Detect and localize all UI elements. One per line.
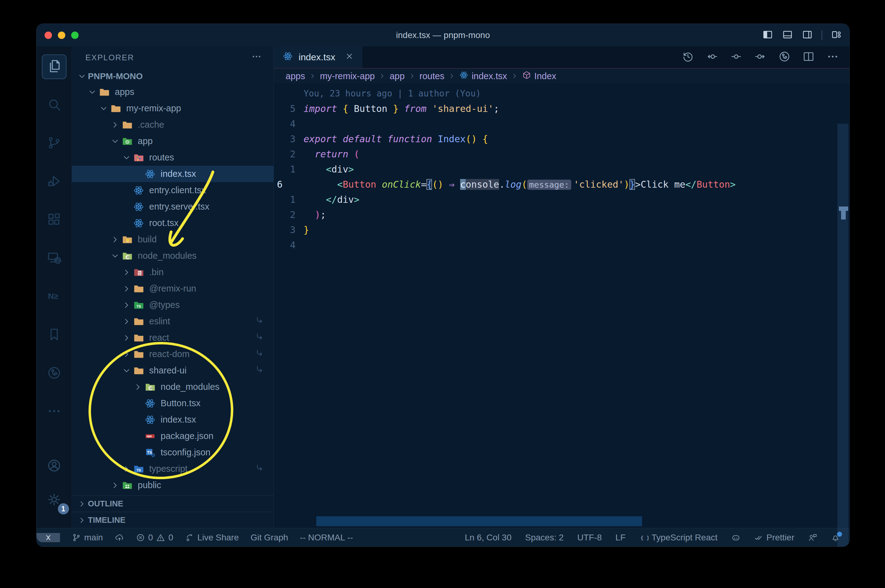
breadcrumb-label: routes — [420, 71, 445, 81]
status-git-branch[interactable]: main — [72, 532, 103, 543]
maximize-window-button[interactable] — [71, 32, 78, 39]
status-language-mode[interactable]: { }TypeScript React — [639, 532, 718, 543]
status-git-branch-label: main — [84, 532, 103, 543]
tree-item-.cache[interactable]: .cache — [72, 117, 274, 133]
toolbar-timeline-icon[interactable] — [682, 50, 694, 64]
tree-item-root.tsx[interactable]: root.tsx — [72, 215, 274, 231]
tree-item-apps[interactable]: apps — [72, 84, 274, 100]
activity-gitlens[interactable] — [42, 361, 66, 386]
tree-item-node_modules[interactable]: JSnode_modules — [72, 379, 274, 395]
tree-item-.bin[interactable]: 0110.bin — [72, 264, 274, 280]
tree-root-pnpm-mono[interactable]: PNPM-MONO — [72, 69, 274, 84]
tab-index-tsx[interactable]: index.tsx — [274, 46, 362, 68]
tree-item-@remix-run[interactable]: @remix-run — [72, 280, 274, 297]
tree-item-eslint[interactable]: eslint — [72, 313, 274, 330]
status-bar-left: main00Live ShareGit Graph-- NORMAL -- — [36, 528, 353, 547]
tree-item-entry.client.tsx[interactable]: entry.client.tsx — [72, 182, 274, 198]
svg-text:TS: TS — [147, 450, 152, 454]
status-encoding[interactable]: UTF-8 — [577, 532, 602, 543]
breadcrumb-item-routes[interactable]: routes — [420, 71, 445, 81]
folder-icon — [132, 282, 145, 295]
toolbar-nav-node-icon[interactable] — [730, 50, 742, 64]
tree-item-react-dom[interactable]: react-dom — [72, 346, 274, 362]
activity-accounts[interactable] — [42, 454, 66, 478]
toolbar-split-editor-icon[interactable] — [802, 50, 815, 64]
status-copilot[interactable] — [731, 533, 741, 542]
activity-more[interactable] — [42, 399, 66, 424]
explorer-actions-icon[interactable] — [251, 51, 262, 64]
code-editor[interactable]: You, 23 hours ago | 1 author (You)5impor… — [274, 84, 849, 528]
toolbar-more-actions-icon[interactable] — [826, 50, 839, 64]
tree-item-build[interactable]: build — [72, 231, 274, 248]
status-vim-mode[interactable]: -- NORMAL -- — [300, 532, 353, 543]
status-feedback[interactable] — [808, 533, 817, 542]
customize-layout-icon[interactable] — [831, 29, 842, 41]
svg-text:10: 10 — [138, 273, 141, 275]
activity-settings[interactable]: 1 — [42, 488, 66, 513]
toolbar-gitlens-graph-icon[interactable] — [778, 50, 791, 64]
svg-text:JS: JS — [126, 256, 130, 259]
tree-item-index.tsx[interactable]: index.tsx — [72, 411, 274, 428]
tree-item-node_modules[interactable]: JSnode_modules — [72, 248, 274, 264]
activity-bookmarks[interactable] — [42, 323, 66, 348]
activity-nx-console[interactable]: N≥ — [42, 284, 66, 309]
breadcrumb-item-app[interactable]: app — [390, 71, 405, 81]
toggle-panel-icon[interactable] — [782, 29, 793, 41]
activity-remote-explorer[interactable] — [42, 246, 66, 271]
status-live-share[interactable]: Live Share — [185, 532, 239, 543]
vertical-scrollbar[interactable] — [837, 124, 849, 547]
tree-item-react[interactable]: react — [72, 330, 274, 346]
toggle-primary-sidebar-icon[interactable] — [762, 29, 773, 41]
close-icon[interactable] — [345, 52, 354, 63]
tab-label: index.tsx — [299, 52, 335, 63]
close-window-button[interactable] — [45, 32, 52, 39]
tree-item-label: .cache — [138, 120, 164, 130]
chevron-down-icon — [121, 152, 132, 164]
activity-source-control[interactable] — [42, 131, 66, 156]
overview-ruler-mark — [839, 207, 848, 211]
toggle-secondary-sidebar-icon[interactable] — [802, 29, 813, 41]
tree-item-@types[interactable]: TS@types — [72, 297, 274, 313]
status-eol[interactable]: LF — [616, 532, 626, 543]
tree-item-tsconfig.json[interactable]: TStsconfig.json — [72, 444, 274, 460]
status-sync[interactable] — [115, 533, 124, 542]
toolbar-nav-forward-icon[interactable] — [754, 50, 766, 64]
horizontal-scrollbar[interactable] — [316, 516, 642, 526]
breadcrumb-item-my-remix-app[interactable]: my-remix-app — [320, 71, 375, 81]
activity-explorer[interactable] — [42, 54, 66, 79]
toolbar-nav-back-icon[interactable] — [706, 50, 718, 64]
status-indentation[interactable]: Spaces: 2 — [525, 532, 564, 543]
status-prettier[interactable]: Prettier — [754, 532, 794, 543]
symbol-cube-icon — [522, 70, 531, 82]
breadcrumb-label: app — [390, 71, 405, 81]
breadcrumb-item-index.tsx[interactable]: index.tsx — [459, 70, 507, 82]
tree-item-my-remix-app[interactable]: my-remix-app — [72, 100, 274, 117]
minimize-window-button[interactable] — [58, 32, 65, 39]
activity-extensions[interactable] — [42, 208, 66, 232]
status-git-graph[interactable]: Git Graph — [251, 532, 288, 543]
tree-item-Button.tsx[interactable]: Button.tsx — [72, 395, 274, 411]
status-remote-indicator[interactable] — [36, 533, 60, 542]
tree-item-public[interactable]: public — [72, 477, 274, 494]
tree-item-typescript[interactable]: TStypescript — [72, 460, 274, 477]
status-notifications[interactable] — [831, 533, 840, 542]
status-cursor-position[interactable]: Ln 6, Col 30 — [465, 532, 512, 543]
tree-item-package.json[interactable]: npmpackage.json — [72, 428, 274, 444]
timeline-section[interactable]: TIMELINE — [72, 512, 274, 528]
tree-item-shared-ui[interactable]: shared-ui — [72, 362, 274, 379]
code-line: 3} — [274, 222, 849, 237]
code-text: export default function Index() { — [304, 134, 488, 144]
tree-item-entry.server.tsx[interactable]: entry.server.tsx — [72, 198, 274, 215]
extensions-icon — [47, 212, 62, 228]
activity-run-debug[interactable] — [42, 170, 66, 194]
status-problems[interactable]: 00 — [136, 532, 173, 543]
activity-search[interactable] — [42, 93, 66, 117]
breadcrumb-item-Index[interactable]: Index — [522, 70, 556, 82]
tree-item-label: eslint — [149, 316, 170, 327]
tree-item-index.tsx[interactable]: index.tsx — [72, 166, 274, 182]
files-icon — [47, 59, 62, 75]
breadcrumb-item-apps[interactable]: apps — [286, 71, 305, 81]
outline-section[interactable]: OUTLINE — [72, 495, 274, 512]
tree-item-app[interactable]: app — [72, 133, 274, 149]
tree-item-routes[interactable]: routes — [72, 149, 274, 166]
